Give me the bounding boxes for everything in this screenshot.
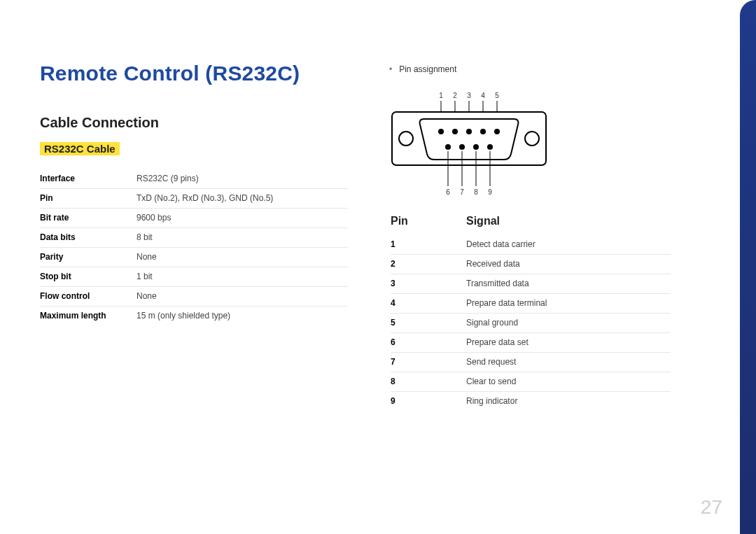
- spec-label: Data bits: [40, 232, 136, 242]
- side-stripe: [740, 0, 756, 534]
- pin-top-label: 3: [467, 92, 471, 99]
- pin-signal: Received data: [466, 259, 671, 269]
- pin-top-label: 5: [495, 92, 499, 99]
- svg-point-13: [445, 144, 451, 150]
- pin-signal: Ring indicator: [466, 396, 671, 406]
- pin-bottom-label: 6: [446, 188, 450, 196]
- spec-row: Bit rate9600 bps: [40, 209, 348, 228]
- pin-number: 8: [391, 377, 466, 386]
- pin-number: 7: [391, 357, 466, 367]
- pin-number: 2: [391, 259, 466, 269]
- spec-label: Maximum length: [40, 311, 136, 321]
- pin-assignment-label: Pin assignment: [389, 64, 456, 74]
- pin-signal: Clear to send: [466, 377, 671, 386]
- pin-row: 6Prepare data set: [391, 333, 671, 353]
- pin-header-pin: Pin: [391, 215, 466, 227]
- spec-label: Pin: [40, 193, 136, 203]
- spec-value: 9600 bps: [136, 213, 348, 223]
- svg-point-16: [487, 144, 493, 150]
- pin-number: 5: [391, 318, 466, 328]
- svg-point-8: [438, 129, 444, 134]
- svg-point-10: [466, 129, 472, 134]
- svg-point-12: [494, 129, 500, 134]
- svg-point-14: [459, 144, 465, 150]
- cable-spec-table: InterfaceRS232C (9 pins)PinTxD (No.2), R…: [40, 169, 348, 325]
- subsection-heading: RS232C Cable: [40, 142, 120, 155]
- db9-connector-diagram: 12345 6789: [378, 84, 560, 206]
- pin-row: 1Detect data carrier: [391, 235, 671, 255]
- spec-label: Stop bit: [40, 272, 136, 281]
- pin-table-header: Pin Signal: [391, 215, 671, 227]
- pin-top-label: 2: [453, 92, 457, 99]
- svg-point-9: [452, 129, 458, 134]
- spec-row: Maximum length15 m (only shielded type): [40, 307, 348, 325]
- spec-value: 8 bit: [136, 232, 348, 242]
- section-heading: Cable Connection: [40, 115, 159, 131]
- page-title: Remote Control (RS232C): [40, 62, 300, 85]
- pin-bottom-label: 9: [488, 188, 492, 196]
- pin-row: 5Signal ground: [391, 314, 671, 333]
- pin-row: 3Transmitted data: [391, 274, 671, 294]
- spec-label: Parity: [40, 252, 136, 262]
- pin-top-label: 1: [439, 92, 443, 99]
- pin-number: 6: [391, 337, 466, 347]
- pin-row: 8Clear to send: [391, 372, 671, 392]
- spec-value: TxD (No.2), RxD (No.3), GND (No.5): [136, 193, 348, 203]
- pin-signal: Signal ground: [466, 318, 671, 328]
- page-number: 27: [701, 496, 722, 519]
- pin-row: 4Prepare data terminal: [391, 294, 671, 314]
- spec-label: Flow control: [40, 291, 136, 301]
- spec-label: Interface: [40, 174, 136, 183]
- pin-signal: Detect data carrier: [466, 239, 671, 249]
- pin-header-signal: Signal: [466, 215, 671, 227]
- spec-value: None: [136, 291, 348, 301]
- spec-value: 15 m (only shielded type): [136, 311, 348, 321]
- spec-row: Flow controlNone: [40, 287, 348, 307]
- pin-bottom-label: 7: [460, 188, 464, 196]
- spec-value: RS232C (9 pins): [136, 174, 348, 183]
- spec-row: Stop bit1 bit: [40, 267, 348, 287]
- svg-point-6: [399, 132, 413, 146]
- spec-value: None: [136, 252, 348, 262]
- pin-signal: Prepare data set: [466, 337, 671, 347]
- pin-top-label: 4: [481, 92, 485, 99]
- spec-row: ParityNone: [40, 248, 348, 267]
- pin-number: 1: [391, 239, 466, 249]
- pin-signal: Prepare data terminal: [466, 298, 671, 308]
- svg-point-15: [473, 144, 479, 150]
- pin-signal: Transmitted data: [466, 279, 671, 288]
- spec-label: Bit rate: [40, 213, 136, 223]
- svg-point-11: [480, 129, 486, 134]
- pin-number: 3: [391, 279, 466, 288]
- spec-value: 1 bit: [136, 272, 348, 281]
- page: Remote Control (RS232C) Cable Connection…: [0, 0, 756, 534]
- spec-row: Data bits8 bit: [40, 228, 348, 248]
- svg-point-7: [525, 132, 539, 146]
- spec-row: PinTxD (No.2), RxD (No.3), GND (No.5): [40, 189, 348, 209]
- pin-number: 9: [391, 396, 466, 406]
- pin-row: 2Received data: [391, 255, 671, 274]
- pin-row: 7Send request: [391, 353, 671, 372]
- spec-row: InterfaceRS232C (9 pins): [40, 169, 348, 189]
- pin-row: 9Ring indicator: [391, 392, 671, 411]
- pin-signal-table: 1Detect data carrier2Received data3Trans…: [391, 235, 671, 411]
- pin-number: 4: [391, 298, 466, 308]
- pin-signal: Send request: [466, 357, 671, 367]
- pin-bottom-label: 8: [474, 188, 478, 196]
